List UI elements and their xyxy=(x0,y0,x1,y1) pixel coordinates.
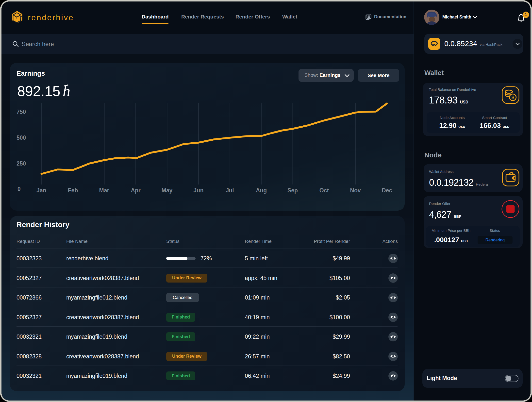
svg-text:$: $ xyxy=(512,95,514,100)
